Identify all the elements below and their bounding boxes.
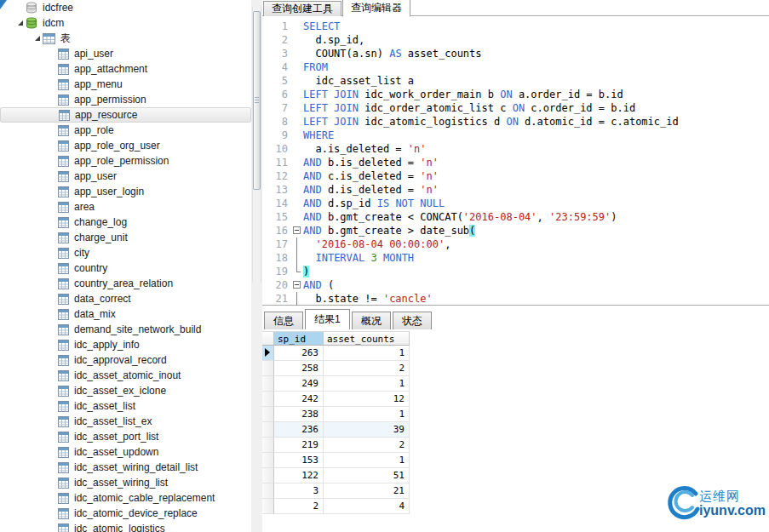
- tree-item-app_attachment[interactable]: app_attachment: [0, 61, 251, 77]
- expand-arrow-icon[interactable]: [32, 35, 43, 42]
- tree-item-country[interactable]: country: [0, 260, 251, 276]
- cell-sp_id[interactable]: 238: [274, 407, 324, 422]
- results-tab-4[interactable]: 状态: [393, 312, 432, 329]
- sql-line-16[interactable]: 16AND b.gmt_create > date_sub(: [262, 224, 769, 237]
- sql-line-1[interactable]: 1SELECT: [262, 20, 769, 33]
- tree-item-app_user_login[interactable]: app_user_login: [0, 184, 251, 199]
- row-selector[interactable]: [262, 407, 274, 422]
- cell-sp_id[interactable]: 236: [274, 422, 324, 438]
- cell-asset_counts[interactable]: 1: [324, 346, 410, 361]
- cell-asset_counts[interactable]: 39: [324, 422, 410, 438]
- tree-item-charge_unit[interactable]: charge_unit: [0, 230, 251, 245]
- table-row[interactable]: 24212: [262, 392, 410, 407]
- row-selector[interactable]: [262, 422, 274, 438]
- editor-tab-2[interactable]: 查询编辑器: [342, 0, 410, 17]
- sql-line-19[interactable]: 19): [262, 265, 769, 278]
- tree-item-app_permission[interactable]: app_permission: [0, 92, 251, 107]
- table-row[interactable]: 1531: [262, 453, 410, 468]
- tree-item-idc_atomic_cable_replacement[interactable]: idc_atomic_cable_replacement: [0, 490, 251, 506]
- sql-line-5[interactable]: 5 idc_asset_list a: [262, 74, 769, 88]
- tree-item-country_area_relation[interactable]: country_area_relation: [0, 276, 251, 291]
- cell-sp_id[interactable]: 263: [274, 346, 324, 361]
- table-row[interactable]: 2381: [262, 407, 410, 422]
- expand-arrow-icon[interactable]: [15, 20, 26, 26]
- cell-sp_id[interactable]: 242: [274, 392, 324, 407]
- results-tab-2[interactable]: 结果1: [305, 309, 350, 329]
- tree-item-data_correct[interactable]: data_correct: [0, 291, 251, 306]
- tree-item-data_mix[interactable]: data_mix: [0, 306, 251, 322]
- cell-asset_counts[interactable]: 2: [324, 438, 410, 453]
- tree-item-idc_apply_info[interactable]: idc_apply_info: [0, 337, 251, 352]
- tree-item-idc_atomic_logistics[interactable]: idc_atomic_logistics: [0, 521, 251, 532]
- row-selector[interactable]: [262, 453, 274, 468]
- results-tab-1[interactable]: 信息: [264, 312, 303, 329]
- tree-item-idc_asset_updown[interactable]: idc_asset_updown: [0, 444, 251, 460]
- sql-line-15[interactable]: 15AND b.gmt_create < CONCAT('2016-08-04'…: [262, 210, 769, 224]
- cell-sp_id[interactable]: 219: [274, 438, 324, 453]
- tree-item-idc_asset_wiring_detail_list[interactable]: idc_asset_wiring_detail_list: [0, 460, 251, 475]
- sql-line-9[interactable]: 9WHERE: [262, 129, 769, 142]
- cell-asset_counts[interactable]: 2: [324, 361, 410, 376]
- row-selector[interactable]: [262, 346, 274, 361]
- sql-line-3[interactable]: 3 COUNT(a.sn) AS asset_counts: [262, 47, 769, 60]
- tree-item-idc_asset_ex_iclone[interactable]: idc_asset_ex_iclone: [0, 383, 251, 398]
- tree-item-city[interactable]: city: [0, 245, 251, 260]
- sql-line-13[interactable]: 13AND d.is_deleted = 'n': [262, 183, 769, 197]
- sql-code-area[interactable]: 1SELECT2 d.sp_id,3 COUNT(a.sn) AS asset_…: [262, 16, 769, 306]
- table-row[interactable]: 321: [262, 483, 410, 499]
- sql-line-2[interactable]: 2 d.sp_id,: [262, 33, 769, 47]
- cell-sp_id[interactable]: 258: [274, 361, 324, 376]
- tree-item-app_role[interactable]: app_role: [0, 123, 251, 138]
- cell-sp_id[interactable]: 122: [274, 468, 324, 483]
- row-selector[interactable]: [262, 499, 274, 514]
- scrollbar-thumb[interactable]: [253, 11, 261, 190]
- tree-item-idc_asset_port_list[interactable]: idc_asset_port_list: [0, 429, 251, 444]
- table-row[interactable]: 24: [262, 499, 410, 514]
- cell-asset_counts[interactable]: 51: [324, 468, 410, 483]
- sql-line-20[interactable]: 20AND (: [262, 278, 769, 292]
- table-row[interactable]: 2631: [262, 346, 410, 361]
- tree-item-api_user[interactable]: api_user: [0, 46, 251, 61]
- table-row[interactable]: 23639: [262, 422, 410, 438]
- tree-item-idcm[interactable]: idcm: [0, 15, 251, 31]
- row-selector[interactable]: [262, 376, 274, 392]
- cell-asset_counts[interactable]: 1: [324, 453, 410, 468]
- sql-line-7[interactable]: 7LEFT JOIN idc_order_atomic_list c ON c.…: [262, 101, 769, 115]
- sql-line-12[interactable]: 12AND c.is_deleted = 'n': [262, 169, 769, 183]
- tree-item-demand_site_network_build[interactable]: demand_site_network_build: [0, 322, 251, 337]
- tree-item-app_resource[interactable]: app_resource: [0, 107, 251, 123]
- cell-sp_id[interactable]: 249: [274, 376, 324, 392]
- sql-line-4[interactable]: 4FROM: [262, 60, 769, 74]
- cell-asset_counts[interactable]: 4: [324, 499, 410, 514]
- cell-asset_counts[interactable]: 21: [324, 483, 410, 499]
- tree-item-idc_asset_list[interactable]: idc_asset_list: [0, 398, 251, 414]
- row-selector[interactable]: [262, 438, 274, 453]
- tree-item-change_log[interactable]: change_log: [0, 215, 251, 230]
- table-row[interactable]: 2582: [262, 361, 410, 376]
- sql-line-6[interactable]: 6LEFT JOIN idc_work_order_main b ON a.or…: [262, 88, 769, 101]
- tree-item-idc_approval_record[interactable]: idc_approval_record: [0, 352, 251, 368]
- row-selector[interactable]: [262, 483, 274, 499]
- tree-item-app_user[interactable]: app_user: [0, 169, 251, 184]
- table-row[interactable]: 2192: [262, 438, 410, 453]
- sql-line-11[interactable]: 11AND b.is_deleted = 'n': [262, 156, 769, 169]
- fold-collapse-icon[interactable]: [293, 226, 301, 234]
- cell-sp_id[interactable]: 3: [274, 483, 324, 499]
- cell-asset_counts[interactable]: 12: [324, 392, 410, 407]
- tree-item-idc_atomic_device_replace[interactable]: idc_atomic_device_replace: [0, 506, 251, 521]
- results-tab-3[interactable]: 概况: [352, 312, 391, 329]
- tree-item-app_role_org_user[interactable]: app_role_org_user: [0, 138, 251, 153]
- row-selector[interactable]: [262, 392, 274, 407]
- sql-line-21[interactable]: 21 b.state != 'cancle': [262, 292, 769, 306]
- tree-item-app_menu[interactable]: app_menu: [0, 77, 251, 92]
- table-row[interactable]: 12251: [262, 468, 410, 483]
- sql-line-17[interactable]: 17 '2016-08-04 00:00:00',: [262, 237, 769, 251]
- tree-item-表[interactable]: 表: [0, 31, 251, 46]
- cell-asset_counts[interactable]: 1: [324, 376, 410, 392]
- sql-line-14[interactable]: 14AND d.sp_id IS NOT NULL: [262, 197, 769, 210]
- row-selector[interactable]: [262, 361, 274, 376]
- cell-asset_counts[interactable]: 1: [324, 407, 410, 422]
- sql-line-18[interactable]: 18 INTERVAL 3 MONTH: [262, 251, 769, 265]
- table-row[interactable]: 2491: [262, 376, 410, 392]
- column-header-asset_counts[interactable]: asset_counts: [324, 331, 410, 346]
